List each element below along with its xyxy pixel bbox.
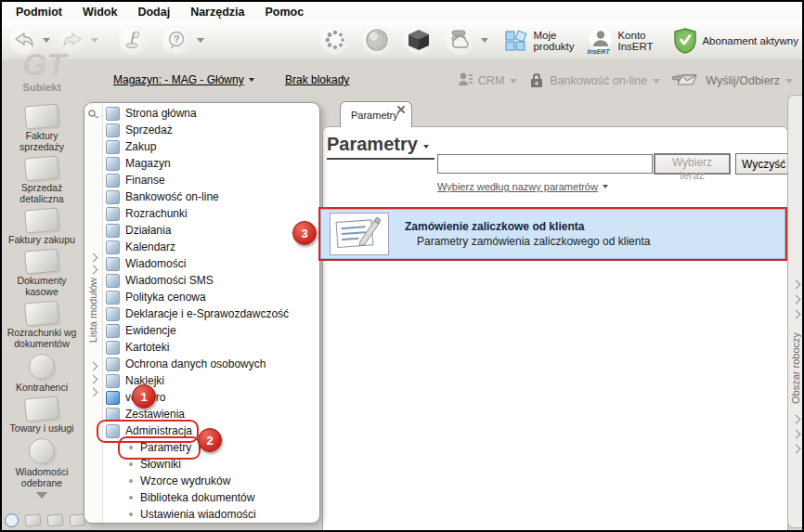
tree-item-magazyn[interactable]: Magazyn: [102, 155, 318, 172]
kontrahenci-icon: [29, 354, 55, 380]
tree-item-ustawienia-wiadomosci[interactable]: Ustawienia wiadomości: [102, 506, 318, 523]
tree-item-naklejki[interactable]: Naklejki: [102, 372, 318, 389]
bankowosc-button[interactable]: Bankowość on-line: [529, 73, 660, 88]
archive-dropdown-icon[interactable]: [481, 38, 488, 43]
sidebar-item-kontrahenci[interactable]: Kontrahenci: [4, 354, 80, 393]
mini-module-icon[interactable]: [46, 513, 63, 526]
wyczysc-button[interactable]: Wyczyść: [735, 153, 788, 175]
rozrachunki-icon: [24, 300, 59, 326]
konto-insert-button[interactable]: InsERT Konto InsERT: [589, 27, 664, 55]
tab-label: Parametry: [351, 110, 398, 121]
tree-item-label: Wzorce wydruków: [140, 474, 230, 487]
tree-item-bankowosc-online[interactable]: Bankowość on-line: [102, 188, 318, 205]
bullet-icon: [127, 479, 135, 483]
flag-button[interactable]: [119, 25, 149, 55]
tree-item-zakup[interactable]: Zakup: [102, 138, 318, 155]
tree-item-kartoteki[interactable]: Kartoteki: [102, 339, 318, 356]
strona-glowna-icon: [106, 107, 120, 121]
sidebar-item-dokumenty-kasowe[interactable]: Dokumenty kasowe: [4, 250, 80, 297]
tree-item-deklaracje[interactable]: Deklaracje i e-Sprawozdawczość: [102, 305, 318, 322]
sidebar-item-wiadomosci-odebrane[interactable]: Wiadomości odebrane: [4, 438, 80, 488]
mini-module-icon[interactable]: [5, 513, 19, 527]
tree-item-kalendarz[interactable]: Kalendarz: [102, 239, 318, 255]
bullet-icon: [127, 496, 135, 500]
menu-pomoc[interactable]: Pomoc: [254, 4, 314, 20]
pin-icon[interactable]: [87, 110, 99, 119]
chevron-right-icon[interactable]: [89, 388, 98, 397]
tree-item-wzorce-wydrukow[interactable]: Wzorce wydruków: [102, 473, 318, 489]
chevron-right-icon[interactable]: [89, 375, 98, 384]
faktury-sprzedazy-icon: [24, 103, 59, 129]
tree-item-strona-glowna[interactable]: Strona główna: [102, 105, 318, 122]
brak-blokady-link[interactable]: Brak blokady: [285, 73, 349, 86]
tree-item-label: Słowniki: [140, 458, 181, 471]
crm-button[interactable]: CRM: [458, 72, 517, 89]
towary-i-uslugi-icon: [24, 396, 59, 422]
menu-dodaj[interactable]: Dodaj: [127, 4, 180, 20]
tree-item-label: Ochrona danych osobowych: [125, 357, 266, 370]
menu-narzedzia[interactable]: Narzędzia: [180, 4, 254, 20]
back-dropdown-icon[interactable]: [43, 38, 50, 43]
page-title[interactable]: Parametry: [327, 134, 434, 160]
tree-item-finanse[interactable]: Finanse: [102, 172, 318, 188]
tree-item-sprzedaz[interactable]: Sprzedaż: [102, 122, 318, 138]
tab-close-icon[interactable]: [397, 106, 405, 113]
sidebar-item-sprzedaz-detaliczna[interactable]: Sprzedaż detaliczna: [4, 157, 80, 204]
insert-account-icon: InsERT: [589, 27, 613, 55]
globe-button[interactable]: [362, 25, 392, 55]
insert-logo-text: InsERT: [587, 48, 609, 55]
magazyn-dropdown-icon: [249, 78, 254, 82]
help-dropdown-icon[interactable]: [197, 38, 204, 43]
tree-item-label: Administracja: [125, 424, 192, 437]
tree-item-wiadomosci-sms[interactable]: Wiadomości SMS: [102, 272, 318, 289]
wyslij-odbierz-button[interactable]: Wyślij/Odbierz: [672, 71, 793, 90]
tab-parametry[interactable]: Parametry: [340, 101, 412, 127]
finanse-icon: [106, 174, 120, 188]
subiekt-logo-text: Subiekt: [2, 82, 82, 93]
forward-arrow-icon: [62, 32, 83, 47]
kalendarz-icon: [106, 240, 120, 254]
abonament-label: Abonament aktywny: [702, 35, 798, 47]
chevron-right-icon[interactable]: [89, 253, 98, 263]
tree-item-wiadomosci[interactable]: Wiadomości: [102, 255, 318, 272]
zakup-icon: [106, 140, 120, 154]
forward-dropdown-icon[interactable]: [91, 38, 98, 43]
mini-module-icon[interactable]: [24, 513, 41, 526]
tree-item-biblioteka-dokumentow[interactable]: Biblioteka dokumentów: [102, 489, 318, 506]
magazyn-selector[interactable]: Magazyn: - MAG - Główny: [113, 73, 254, 86]
annotation-step-1-badge: 1: [132, 384, 156, 409]
parameter-card-zamowienie-zaliczkowe[interactable]: Zamówienie zaliczkowe od klienta Paramet…: [320, 209, 785, 259]
parameter-search-input[interactable]: [437, 154, 653, 174]
archive-button[interactable]: [446, 25, 475, 55]
moje-produkty-button[interactable]: Moje produkty: [504, 29, 579, 53]
obszar-roboczy-strip[interactable]: Obszar roboczy: [787, 95, 804, 528]
wiadomosci-sms-icon: [106, 274, 120, 288]
tree-item-dzialania[interactable]: Działania: [102, 222, 318, 239]
annotation-step-3-badge: 3: [292, 221, 317, 245]
tree-item-label: Deklaracje i e-Sprawozdawczość: [125, 307, 289, 320]
tree-item-ewidencje[interactable]: Ewidencje: [102, 322, 318, 339]
refresh-button[interactable]: [320, 25, 350, 55]
tree-item-zestawienia[interactable]: Zestawienia: [102, 406, 318, 422]
menu-podmiot[interactable]: Podmiot: [6, 4, 72, 20]
tree-item-slowniki[interactable]: Słowniki: [102, 456, 318, 473]
crm-label: CRM: [478, 74, 504, 87]
cube-button[interactable]: [404, 25, 434, 55]
sidebar-item-towary-i-uslugi[interactable]: Towary i usługi: [4, 397, 80, 434]
tree-item-rozrachunki[interactable]: Rozrachunki: [102, 205, 318, 222]
sidebar-item-faktury-sprzedazy[interactable]: Faktury sprzedaży: [4, 105, 80, 152]
menu-widok[interactable]: Widok: [72, 4, 127, 20]
spinner-dots-icon: [325, 30, 345, 50]
globe-icon: [365, 28, 389, 52]
sidebar-item-rozrachunki[interactable]: Rozrachunki wg dokumentów: [4, 302, 80, 349]
tree-item-ochrona-danych[interactable]: Ochrona danych osobowych: [102, 356, 318, 372]
sidebar-item-faktury-zakupu[interactable]: Faktury zakupu: [4, 209, 80, 245]
chevron-right-icon[interactable]: [89, 362, 98, 371]
sidebar-more-icon[interactable]: [36, 492, 47, 499]
help-button[interactable]: ?: [162, 25, 191, 55]
abonament-button[interactable]: Abonament aktywny: [673, 28, 798, 54]
wybierz-teraz-button[interactable]: Wybierz teraz: [654, 153, 731, 175]
tree-item-polityka-cenowa[interactable]: Polityka cenowa: [102, 289, 318, 305]
filter-by-name-link[interactable]: Wybierz według nazwy parametrów: [437, 181, 608, 192]
chevron-right-icon[interactable]: [89, 266, 98, 275]
